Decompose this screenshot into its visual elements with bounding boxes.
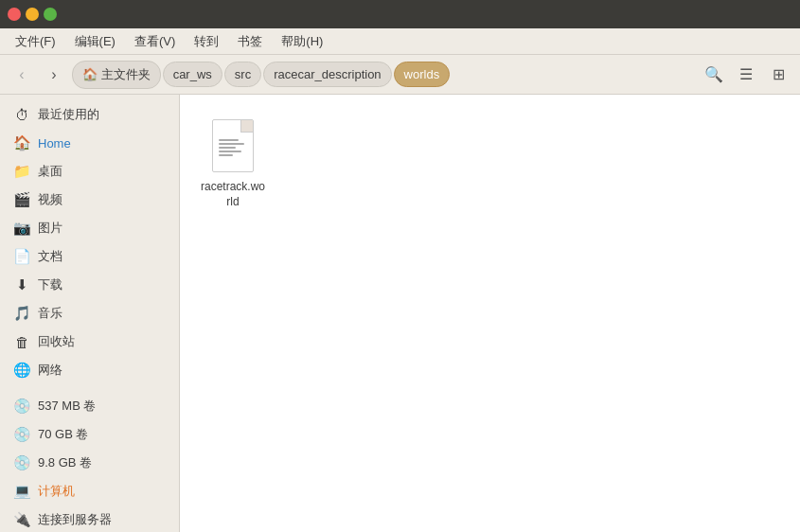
sidebar-item-computer[interactable]: 💻 计算机 bbox=[0, 477, 179, 505]
sidebar-item-pictures[interactable]: 📷 图片 bbox=[0, 214, 179, 242]
file-line bbox=[219, 143, 244, 145]
connect-icon: 🔌 bbox=[13, 511, 30, 528]
breadcrumb: 🏠 主文件夹 car_ws src racecar_description wo… bbox=[72, 61, 696, 89]
close-button[interactable] bbox=[8, 8, 21, 21]
network-icon: 🌐 bbox=[13, 362, 30, 379]
file-area: racetrack.world bbox=[180, 95, 800, 532]
sidebar-item-downloads[interactable]: ⬇ 下载 bbox=[0, 271, 179, 299]
sidebar-label: 连接到服务器 bbox=[38, 511, 166, 528]
file-lines bbox=[213, 135, 253, 160]
file-racetrack-world[interactable]: racetrack.world bbox=[195, 110, 271, 215]
titlebar bbox=[0, 0, 800, 28]
breadcrumb-home[interactable]: 🏠 主文件夹 bbox=[72, 61, 161, 89]
breadcrumb-car_ws[interactable]: car_ws bbox=[163, 62, 222, 87]
camera-icon: 📷 bbox=[13, 220, 30, 237]
breadcrumb-racecar_description[interactable]: racecar_description bbox=[263, 62, 391, 87]
window-controls bbox=[8, 8, 57, 21]
sidebar-label: 图片 bbox=[38, 220, 166, 237]
disk-icon: 💿 bbox=[13, 398, 30, 415]
sidebar-label: 文档 bbox=[38, 248, 166, 265]
search-button[interactable]: 🔍 bbox=[700, 61, 728, 89]
document-icon: 📄 bbox=[13, 248, 30, 265]
home-icon: 🏠 bbox=[13, 134, 30, 151]
file-line bbox=[219, 147, 236, 149]
menu-file[interactable]: 文件(F) bbox=[8, 30, 63, 53]
music-icon: 🎵 bbox=[13, 305, 30, 322]
sidebar-item-documents[interactable]: 📄 文档 bbox=[0, 242, 179, 271]
file-icon bbox=[208, 115, 258, 176]
breadcrumb-src[interactable]: src bbox=[224, 62, 261, 87]
menu-bookmark[interactable]: 书签 bbox=[230, 30, 270, 53]
sidebar-label: 回收站 bbox=[38, 333, 166, 350]
sidebar-item-trash[interactable]: 🗑 回收站 bbox=[0, 328, 179, 356]
sidebar-label: 下载 bbox=[38, 276, 166, 293]
grid-view-button[interactable]: ⊞ bbox=[764, 61, 792, 89]
sidebar-label: 视频 bbox=[38, 191, 166, 208]
back-button[interactable]: ‹ bbox=[8, 61, 36, 89]
sidebar: ⏱ 最近使用的 🏠 Home 📁 桌面 🎬 视频 📷 图片 📄 文档 ⬇ 下载 … bbox=[0, 95, 180, 532]
sidebar-item-vol537[interactable]: 💿 537 MB 卷 bbox=[0, 392, 179, 420]
sidebar-label: 计算机 bbox=[38, 483, 166, 500]
list-view-button[interactable]: ☰ bbox=[732, 61, 760, 89]
toolbar: ‹ › 🏠 主文件夹 car_ws src racecar_descriptio… bbox=[0, 55, 800, 95]
sidebar-item-vol70[interactable]: 💿 70 GB 卷 bbox=[0, 420, 179, 449]
toolbar-actions: 🔍 ☰ ⊞ bbox=[700, 61, 792, 89]
sidebar-label: 桌面 bbox=[38, 163, 166, 180]
sidebar-label: 70 GB 卷 bbox=[38, 426, 166, 443]
menu-view[interactable]: 查看(V) bbox=[127, 30, 183, 53]
maximize-button[interactable] bbox=[44, 8, 57, 21]
forward-button[interactable]: › bbox=[40, 61, 68, 89]
file-page bbox=[212, 119, 254, 172]
sidebar-label: 最近使用的 bbox=[38, 106, 166, 123]
file-name: racetrack.world bbox=[199, 180, 267, 209]
sidebar-item-desktop[interactable]: 📁 桌面 bbox=[0, 157, 179, 186]
menubar: 文件(F) 编辑(E) 查看(V) 转到 书签 帮助(H) bbox=[0, 28, 800, 55]
file-line bbox=[219, 154, 233, 156]
sidebar-label: 537 MB 卷 bbox=[38, 398, 166, 415]
disk-icon: 💿 bbox=[13, 454, 30, 471]
file-line bbox=[219, 139, 239, 141]
disk-icon: 💿 bbox=[13, 426, 30, 443]
minimize-button[interactable] bbox=[26, 8, 39, 21]
sidebar-item-videos[interactable]: 🎬 视频 bbox=[0, 186, 179, 214]
menu-edit[interactable]: 编辑(E) bbox=[67, 30, 123, 53]
menu-help[interactable]: 帮助(H) bbox=[274, 30, 330, 53]
sidebar-item-home[interactable]: 🏠 Home bbox=[0, 129, 179, 157]
menu-go[interactable]: 转到 bbox=[187, 30, 226, 53]
file-line bbox=[219, 151, 241, 152]
main-area: ⏱ 最近使用的 🏠 Home 📁 桌面 🎬 视频 📷 图片 📄 文档 ⬇ 下载 … bbox=[0, 95, 800, 532]
breadcrumb-worlds[interactable]: worlds bbox=[394, 62, 451, 87]
sidebar-item-vol9[interactable]: 💿 9.8 GB 卷 bbox=[0, 449, 179, 477]
sidebar-item-recent[interactable]: ⏱ 最近使用的 bbox=[0, 100, 179, 129]
sidebar-label: Home bbox=[38, 136, 166, 151]
video-icon: 🎬 bbox=[13, 191, 30, 208]
sidebar-label: 网络 bbox=[38, 362, 166, 379]
folder-icon: 📁 bbox=[13, 163, 30, 180]
trash-icon: 🗑 bbox=[13, 333, 30, 350]
sidebar-label: 9.8 GB 卷 bbox=[38, 454, 166, 471]
sidebar-item-music[interactable]: 🎵 音乐 bbox=[0, 299, 179, 328]
sidebar-item-network[interactable]: 🌐 网络 bbox=[0, 356, 179, 384]
clock-icon: ⏱ bbox=[13, 106, 30, 123]
sidebar-label: 音乐 bbox=[38, 305, 166, 322]
computer-icon: 💻 bbox=[13, 483, 30, 500]
download-icon: ⬇ bbox=[13, 276, 30, 293]
sidebar-item-connect[interactable]: 🔌 连接到服务器 bbox=[0, 505, 179, 532]
